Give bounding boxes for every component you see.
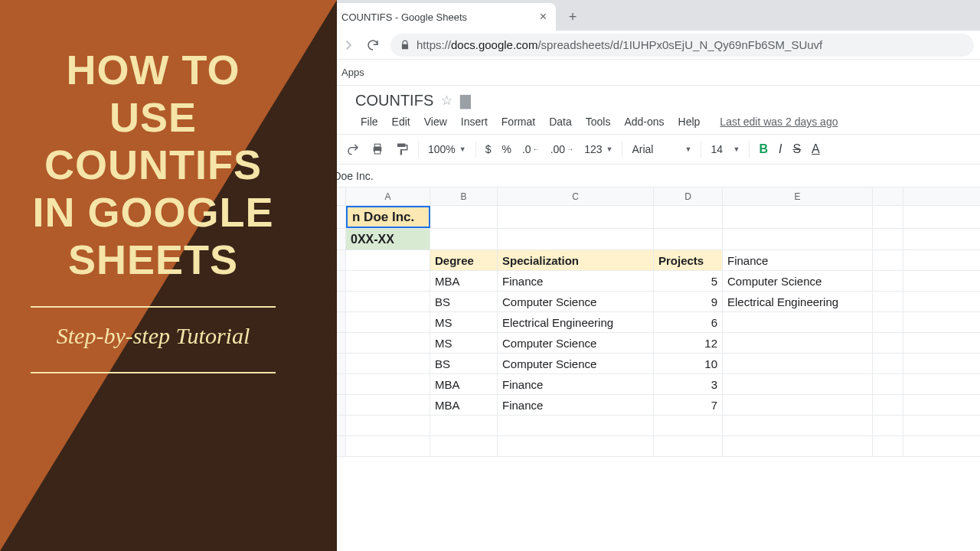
menu-tools[interactable]: Tools bbox=[580, 112, 616, 131]
cell[interactable] bbox=[346, 374, 430, 394]
cell[interactable] bbox=[498, 436, 654, 456]
cell[interactable] bbox=[346, 416, 430, 435]
cell[interactable]: Finance bbox=[723, 250, 873, 270]
cell[interactable] bbox=[723, 333, 873, 353]
print-button[interactable] bbox=[366, 139, 389, 159]
cell[interactable]: MS bbox=[430, 312, 498, 332]
col-header-f[interactable] bbox=[873, 187, 903, 205]
menu-file[interactable]: File bbox=[355, 112, 384, 131]
cell[interactable] bbox=[873, 271, 903, 291]
cell[interactable]: Electrical Engineering bbox=[723, 292, 873, 311]
menu-addons[interactable]: Add-ons bbox=[619, 112, 669, 131]
star-icon[interactable]: ☆ bbox=[441, 93, 452, 109]
close-tab-icon[interactable]: × bbox=[540, 10, 547, 24]
redo-button[interactable] bbox=[341, 139, 364, 159]
cell[interactable]: Degree bbox=[430, 250, 498, 270]
strikethrough-button[interactable]: S bbox=[788, 139, 805, 159]
col-header-d[interactable]: D bbox=[654, 187, 723, 205]
menu-insert[interactable]: Insert bbox=[456, 112, 493, 131]
cell[interactable]: Finance bbox=[498, 271, 654, 291]
cell[interactable]: MBA bbox=[430, 395, 498, 415]
cell[interactable] bbox=[873, 374, 903, 394]
currency-button[interactable]: $ bbox=[481, 140, 496, 158]
cell[interactable]: Computer Science bbox=[723, 271, 873, 291]
number-format-dropdown[interactable]: 123▼ bbox=[580, 140, 617, 158]
cell[interactable] bbox=[723, 206, 873, 228]
paint-format-button[interactable] bbox=[390, 139, 413, 159]
col-header-e[interactable]: E bbox=[723, 187, 873, 205]
cell[interactable] bbox=[498, 206, 654, 228]
cell[interactable] bbox=[654, 436, 723, 456]
cell[interactable]: MS bbox=[430, 333, 498, 353]
italic-button[interactable]: I bbox=[774, 139, 786, 159]
cell[interactable] bbox=[873, 416, 903, 435]
reload-button[interactable] bbox=[366, 38, 380, 52]
cell[interactable]: 5 bbox=[654, 271, 723, 291]
cell[interactable] bbox=[873, 229, 903, 249]
cell[interactable]: BS bbox=[430, 292, 498, 311]
cell[interactable] bbox=[430, 229, 498, 249]
cell[interactable] bbox=[346, 395, 430, 415]
cell[interactable] bbox=[498, 416, 654, 435]
cell[interactable]: 3 bbox=[654, 374, 723, 394]
cell[interactable]: Finance bbox=[498, 395, 654, 415]
cell[interactable]: Computer Science bbox=[498, 333, 654, 353]
menu-help[interactable]: Help bbox=[673, 112, 706, 131]
cell[interactable]: 0XX-XX bbox=[346, 229, 430, 249]
menu-edit[interactable]: Edit bbox=[387, 112, 416, 131]
cell[interactable] bbox=[723, 436, 873, 456]
cell[interactable]: 9 bbox=[654, 292, 723, 311]
cell[interactable]: BS bbox=[430, 354, 498, 373]
folder-icon[interactable]: ▇ bbox=[460, 93, 471, 109]
cell[interactable]: Electrical Engineering bbox=[498, 312, 654, 332]
cell[interactable] bbox=[873, 312, 903, 332]
cell[interactable] bbox=[723, 416, 873, 435]
cell[interactable]: 12 bbox=[654, 333, 723, 353]
cell[interactable] bbox=[873, 206, 903, 228]
cell[interactable] bbox=[723, 374, 873, 394]
cell[interactable] bbox=[346, 292, 430, 311]
browser-tab[interactable]: COUNTIFS - Google Sheets × bbox=[314, 3, 556, 31]
new-tab-button[interactable]: + bbox=[562, 6, 583, 28]
cell[interactable] bbox=[654, 229, 723, 249]
text-color-button[interactable]: A bbox=[807, 139, 825, 159]
cell[interactable] bbox=[346, 354, 430, 373]
cell[interactable] bbox=[346, 436, 430, 456]
cell[interactable] bbox=[430, 206, 498, 228]
cell[interactable] bbox=[654, 206, 723, 228]
cell[interactable]: Computer Science bbox=[498, 292, 654, 311]
cell[interactable]: MBA bbox=[430, 271, 498, 291]
font-dropdown[interactable]: Arial▼ bbox=[627, 140, 696, 158]
increase-decimal-button[interactable]: .00→ bbox=[546, 140, 578, 158]
cell[interactable]: 10 bbox=[654, 354, 723, 373]
col-header-b[interactable]: B bbox=[430, 187, 498, 205]
col-header-a[interactable]: A bbox=[346, 187, 430, 205]
cell[interactable] bbox=[346, 271, 430, 291]
cell[interactable]: Computer Science bbox=[498, 354, 654, 373]
bold-button[interactable]: B bbox=[754, 139, 773, 159]
address-bar[interactable]: https://docs.google.com/spreadsheets/d/1… bbox=[390, 34, 974, 57]
cell[interactable]: Projects bbox=[654, 250, 723, 270]
cell[interactable]: MBA bbox=[430, 374, 498, 394]
spreadsheet-grid[interactable]: A B C D E n Doe Inc. 0XX-XX bbox=[311, 187, 980, 457]
cell[interactable] bbox=[873, 292, 903, 311]
document-title[interactable]: COUNTIFS bbox=[355, 92, 433, 109]
font-size-dropdown[interactable]: 14▼ bbox=[706, 140, 744, 158]
cell[interactable] bbox=[873, 354, 903, 373]
cell[interactable] bbox=[723, 229, 873, 249]
percent-button[interactable]: % bbox=[498, 140, 516, 158]
bookmark-apps[interactable]: Apps bbox=[341, 67, 364, 78]
cell[interactable] bbox=[723, 312, 873, 332]
cell[interactable] bbox=[430, 436, 498, 456]
cell[interactable]: n Doe Inc. bbox=[346, 206, 430, 228]
cell[interactable] bbox=[498, 229, 654, 249]
cell[interactable] bbox=[873, 395, 903, 415]
cell[interactable]: 7 bbox=[654, 395, 723, 415]
cell[interactable]: 6 bbox=[654, 312, 723, 332]
cell[interactable]: Specialization bbox=[498, 250, 654, 270]
col-header-c[interactable]: C bbox=[498, 187, 654, 205]
cell[interactable] bbox=[723, 354, 873, 373]
menu-format[interactable]: Format bbox=[496, 112, 541, 131]
cell[interactable] bbox=[873, 436, 903, 456]
cell[interactable] bbox=[654, 416, 723, 435]
